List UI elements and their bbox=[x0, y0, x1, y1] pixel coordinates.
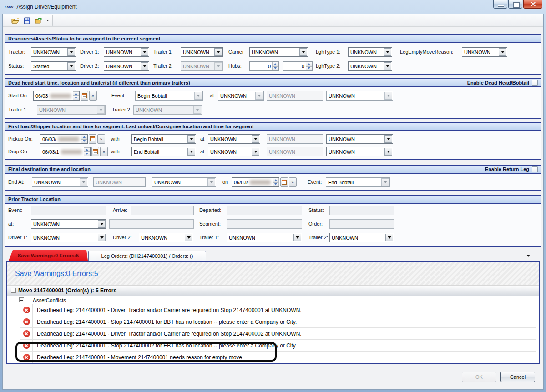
chevron-down-icon bbox=[187, 135, 195, 143]
drop-company-field[interactable]: UNKNOWN bbox=[267, 147, 323, 156]
chevron-down-icon bbox=[80, 178, 87, 186]
end-city-select[interactable]: UNKNOWN bbox=[152, 177, 216, 187]
calendar-icon[interactable] bbox=[89, 134, 96, 144]
start-on-date[interactable]: 06/03 » bbox=[33, 91, 97, 101]
expand-date-button[interactable]: » bbox=[289, 177, 297, 187]
dh-at-location-select[interactable]: UNKNOWN bbox=[218, 91, 264, 101]
prior-at-select[interactable]: UNKNOWN bbox=[31, 219, 106, 229]
error-icon bbox=[23, 354, 30, 361]
window-controls bbox=[493, 0, 542, 9]
drop-location-select[interactable]: UNKNOWN bbox=[208, 147, 260, 156]
error-row[interactable]: Deadhead Leg: 2147400001 - Stop 21474000… bbox=[20, 316, 536, 328]
prior-segment-field[interactable] bbox=[227, 219, 302, 229]
toolbar-chevron-down-icon[interactable] bbox=[46, 16, 50, 25]
end-event-select[interactable]: End Bobtail bbox=[326, 177, 390, 187]
prior-departed-field[interactable] bbox=[227, 206, 302, 215]
drop-city-select[interactable]: UNKNOWN bbox=[326, 147, 393, 156]
end-company-field[interactable]: UNKNOWN bbox=[93, 177, 146, 187]
redacted-date-value bbox=[58, 137, 79, 141]
enable-return-leg-checkbox[interactable] bbox=[532, 166, 538, 172]
pickup-date[interactable]: 06/03/ » bbox=[40, 134, 105, 144]
hubs2-spinner[interactable]: 0 bbox=[283, 61, 313, 71]
dh-trailer1-select[interactable]: UNKNOWN bbox=[37, 105, 106, 115]
chevron-down-icon bbox=[252, 148, 259, 156]
trailer1-select[interactable]: UNKNOWN bbox=[181, 47, 223, 57]
tab-strip-chevron-down-icon[interactable] bbox=[526, 253, 531, 258]
end-date[interactable]: 06/03/ » bbox=[232, 177, 297, 187]
expand-date-button[interactable]: » bbox=[89, 91, 97, 101]
pickup-company-field[interactable]: UNKNOWN bbox=[267, 134, 323, 144]
enable-deadhead-checkbox[interactable] bbox=[532, 80, 538, 86]
chevron-down-icon bbox=[384, 48, 391, 56]
lghtype1-select[interactable]: UNKNOWN bbox=[348, 47, 392, 57]
calendar-icon[interactable] bbox=[91, 147, 99, 156]
chevron-down-icon bbox=[385, 234, 393, 241]
error-icon bbox=[23, 307, 30, 313]
export-folder-icon[interactable] bbox=[34, 15, 44, 25]
cancel-button[interactable]: Cancel bbox=[500, 372, 535, 382]
error-row[interactable]: Deadhead Leg: 2147400001 - Driver, Tract… bbox=[20, 328, 536, 340]
end-location-select[interactable]: UNKNOWN bbox=[32, 177, 88, 187]
legemptymovereason-select[interactable]: UNKNOWN bbox=[462, 47, 507, 57]
dh-event-select[interactable]: Begin Bobtail bbox=[135, 91, 203, 101]
prior-driver1-select[interactable]: UNKNOWN bbox=[31, 233, 106, 242]
spinner-arrows-icon[interactable] bbox=[306, 62, 312, 70]
spinner-arrows-icon[interactable] bbox=[81, 135, 87, 143]
section-resources-header: Resources/Assets/Status to be assigned t… bbox=[5, 35, 541, 43]
spinner-arrows-icon[interactable] bbox=[273, 178, 279, 186]
pickup-at-label: at bbox=[200, 136, 204, 141]
section-deadhead-header: Dead head start time, location and trail… bbox=[5, 79, 541, 87]
spinner-arrows-icon[interactable] bbox=[84, 147, 90, 156]
dh-at-city-select[interactable]: UNKNOWN bbox=[326, 91, 393, 101]
drop-on-label: Drop On: bbox=[8, 149, 29, 154]
driver2-select[interactable]: UNKNOWN bbox=[104, 61, 149, 71]
tractor-select[interactable]: UNKNOWN bbox=[31, 47, 76, 57]
drop-event-select[interactable]: End Bobtail bbox=[131, 147, 196, 156]
lghtype2-select[interactable]: UNKNOWN bbox=[348, 61, 392, 71]
driver1-select[interactable]: UNKNOWN bbox=[104, 47, 149, 57]
error-row-highlighted[interactable]: Deadhead Leg: 2147400001 - Movement 2147… bbox=[20, 352, 536, 363]
minimize-button[interactable] bbox=[493, 0, 507, 9]
trailer2-select[interactable]: UNKNOWN bbox=[181, 61, 223, 71]
prior-order-field[interactable] bbox=[329, 219, 394, 229]
spinner-arrows-icon[interactable] bbox=[73, 91, 79, 100]
spinner-arrows-icon[interactable] bbox=[272, 62, 278, 70]
prior-trailer2-select[interactable]: UNKNOWN bbox=[329, 233, 394, 242]
calendar-icon[interactable] bbox=[280, 177, 288, 187]
chevron-down-icon bbox=[141, 62, 148, 70]
save-icon[interactable] bbox=[22, 15, 32, 25]
prior-arrive-field[interactable] bbox=[131, 206, 194, 215]
hubs1-spinner[interactable]: 0 bbox=[249, 61, 279, 71]
move-tree-node[interactable]: Move 2147400001 (Order(s) ): 5 Errors bbox=[7, 286, 539, 296]
carrier-label: Carrier bbox=[228, 49, 244, 55]
ok-button[interactable]: OK bbox=[462, 372, 496, 382]
collapse-minus-icon[interactable] bbox=[11, 288, 16, 293]
error-row[interactable]: Deadhead Leg: 2147400001 - Stop 21474000… bbox=[20, 340, 536, 352]
tab-save-warnings-errors[interactable]: Save Warnings:0 Errors:5 bbox=[9, 250, 88, 261]
collapse-minus-icon[interactable] bbox=[19, 297, 24, 302]
pickup-event-select[interactable]: Begin Bobtail bbox=[131, 134, 196, 144]
prior-event-field[interactable] bbox=[31, 206, 106, 215]
dh-trailer2-select[interactable]: UNKNOWN bbox=[133, 105, 202, 115]
prior-trailer1-select[interactable]: UNKNOWN bbox=[227, 233, 302, 242]
expand-date-button[interactable]: » bbox=[97, 134, 105, 144]
close-button[interactable] bbox=[523, 0, 542, 9]
open-folder-icon[interactable] bbox=[10, 15, 20, 25]
tab-leg-orders[interactable]: Leg Orders: (DH2147400001) / Orders: () bbox=[88, 251, 206, 261]
error-row[interactable]: Deadhead Leg: 2147400001 - Driver, Tract… bbox=[20, 304, 536, 316]
drop-date[interactable]: 06/03/1 » bbox=[40, 147, 108, 156]
pickup-city-select[interactable]: UNKNOWN bbox=[326, 134, 393, 144]
assetconflicts-tree-node[interactable]: AssetConflicts bbox=[7, 296, 539, 304]
chevron-down-icon bbox=[255, 92, 263, 100]
status-select[interactable]: Started bbox=[31, 61, 76, 71]
calendar-icon[interactable] bbox=[81, 91, 88, 101]
carrier-select[interactable]: UNKNOWN bbox=[249, 47, 308, 57]
prior-status-field[interactable] bbox=[329, 206, 394, 215]
expand-date-button[interactable]: » bbox=[100, 147, 108, 156]
dh-at-company-field[interactable]: UNKNOWN bbox=[267, 91, 323, 101]
pickup-location-select[interactable]: UNKNOWN bbox=[208, 134, 260, 144]
prior-at-detail-field[interactable] bbox=[109, 219, 194, 229]
maximize-button[interactable] bbox=[508, 0, 522, 9]
prior-driver2-select[interactable]: UNKNOWN bbox=[139, 233, 193, 242]
chevron-down-icon bbox=[194, 92, 202, 100]
